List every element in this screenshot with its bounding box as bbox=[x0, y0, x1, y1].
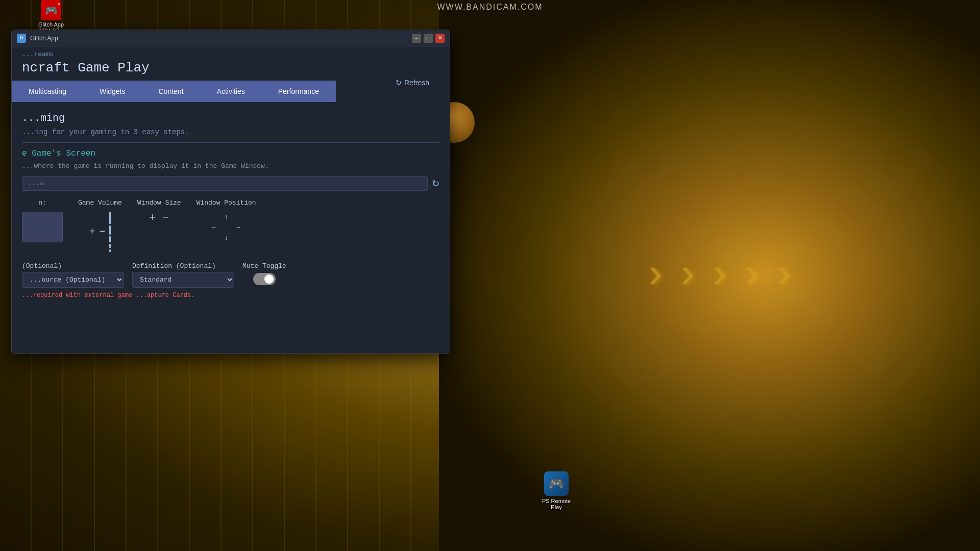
size-plus-button[interactable]: + bbox=[150, 212, 156, 224]
source-select[interactable]: ...ource (Optional) bbox=[22, 272, 124, 288]
size-group: Window Size + − bbox=[137, 199, 181, 224]
volume-controls: + − bbox=[89, 212, 111, 252]
pos-up-button[interactable]: ↑ bbox=[220, 212, 232, 222]
mute-label: Mute Toggle bbox=[242, 262, 286, 270]
breadcrumb: ...reams bbox=[22, 51, 439, 58]
game-select-input[interactable] bbox=[22, 176, 428, 191]
desktop-icon-glitch[interactable]: 🎮 Glitch App 2024-07... bbox=[31, 0, 71, 34]
definition-group: Definition (Optional) Standard bbox=[132, 262, 234, 288]
size-controls: + − bbox=[150, 212, 169, 224]
ps-remote-play-icon: 🎮 bbox=[544, 471, 569, 496]
game-screen-title: e Game's Screen bbox=[22, 149, 439, 158]
volume-label: Game Volume bbox=[78, 199, 122, 207]
app-preview-group: n: bbox=[22, 199, 63, 242]
pos-empty-tl bbox=[208, 212, 220, 222]
volume-group: Game Volume + − bbox=[78, 199, 122, 252]
section-title: ...ming bbox=[22, 112, 439, 124]
vol-bar-line-5 bbox=[109, 249, 111, 252]
refresh-label: Refresh bbox=[404, 79, 429, 87]
arrow-decorations: › › › › › bbox=[459, 0, 980, 551]
vol-bar-line-1 bbox=[109, 212, 111, 224]
tab-content[interactable]: Content bbox=[142, 81, 200, 102]
position-label: Window Position bbox=[197, 199, 256, 207]
arrow-chevron-1: › bbox=[643, 253, 668, 299]
note-text: ...required with external game ...apture… bbox=[22, 292, 439, 299]
position-group: Window Position ↑ ← → ↓ bbox=[197, 199, 256, 242]
content-area: ...ming ...ing for your gaming in 3 easy… bbox=[12, 102, 450, 353]
mute-group: Mute Toggle bbox=[242, 262, 286, 285]
pos-left-button[interactable]: ← bbox=[208, 222, 220, 232]
close-button[interactable]: ✕ bbox=[435, 34, 445, 43]
volume-minus-button[interactable]: − bbox=[99, 226, 105, 238]
pos-down-button[interactable]: ↓ bbox=[220, 232, 232, 242]
section-divider bbox=[22, 142, 439, 143]
refresh-button[interactable]: ↻ Refresh bbox=[396, 79, 429, 87]
game-refresh-button[interactable]: ↻ bbox=[432, 178, 439, 189]
title-bar: G Glitch App − □ ✕ bbox=[12, 30, 450, 46]
app-preview-box bbox=[22, 212, 63, 242]
optional-group: (Optional) ...ource (Optional) bbox=[22, 262, 124, 288]
app-content: ...reams ncraft Game Play ↻ Refresh Mult… bbox=[12, 46, 450, 353]
arrow-chevron-2: › bbox=[675, 253, 700, 299]
game-dropdown-row: ↻ bbox=[22, 176, 439, 191]
arrow-chevron-4: › bbox=[740, 253, 764, 299]
page-title: ncraft Game Play bbox=[22, 60, 439, 76]
glitch-app-icon: 🎮 bbox=[41, 0, 61, 20]
optional-row: (Optional) ...ource (Optional) Definitio… bbox=[22, 262, 439, 288]
pos-empty-bl bbox=[208, 232, 220, 242]
top-area: ...reams ncraft Game Play bbox=[12, 46, 450, 81]
tab-navigation: Multicasting Widgets Content Activities … bbox=[12, 81, 450, 102]
vol-bar-line-3 bbox=[109, 236, 111, 242]
controls-row: n: Game Volume + − bbox=[22, 199, 439, 252]
optional-label: (Optional) bbox=[22, 262, 124, 270]
minimize-button[interactable]: − bbox=[412, 34, 421, 43]
vol-bar-line-4 bbox=[109, 244, 111, 248]
arrow-chevron-3: › bbox=[707, 253, 732, 299]
pos-empty-tr bbox=[232, 212, 244, 222]
section-subtitle: ...ing for your gaming in 3 easy steps. bbox=[22, 128, 439, 136]
app-label: n: bbox=[38, 199, 46, 207]
ps-remote-play-label: PS Remote Play bbox=[536, 498, 577, 510]
definition-select[interactable]: Standard bbox=[132, 272, 234, 288]
volume-bar bbox=[109, 212, 111, 252]
position-controls: ↑ ← → ↓ bbox=[208, 212, 244, 242]
pos-center bbox=[220, 222, 232, 232]
window-title: Glitch App bbox=[30, 35, 412, 42]
volume-plus-button[interactable]: + bbox=[89, 226, 95, 238]
toggle-knob bbox=[264, 274, 274, 284]
bandicam-watermark: WWW.BANDICAM.COM bbox=[437, 3, 543, 12]
definition-label: Definition (Optional) bbox=[132, 262, 234, 270]
tab-activities[interactable]: Activities bbox=[200, 81, 261, 102]
mute-toggle-button[interactable] bbox=[253, 273, 276, 285]
app-window: G Glitch App − □ ✕ ...reams ncraft Game … bbox=[11, 30, 450, 354]
size-label: Window Size bbox=[137, 199, 181, 207]
desktop-icon-ps[interactable]: 🎮 PS Remote Play bbox=[536, 471, 577, 510]
app-icon: G bbox=[17, 34, 26, 43]
maximize-button[interactable]: □ bbox=[424, 34, 433, 43]
title-bar-controls: − □ ✕ bbox=[412, 34, 445, 43]
pos-empty-br bbox=[232, 232, 244, 242]
game-screen-desc: ...where the game is running to display … bbox=[22, 162, 439, 170]
arrow-chevron-5: › bbox=[772, 253, 796, 299]
tab-multicasting[interactable]: Multicasting bbox=[12, 81, 83, 102]
tab-widgets[interactable]: Widgets bbox=[83, 81, 142, 102]
tab-performance[interactable]: Performance bbox=[261, 81, 336, 102]
refresh-icon: ↻ bbox=[396, 79, 402, 87]
size-minus-button[interactable]: − bbox=[162, 212, 169, 224]
pos-right-button[interactable]: → bbox=[232, 222, 244, 232]
vol-bar-line-2 bbox=[109, 226, 111, 235]
